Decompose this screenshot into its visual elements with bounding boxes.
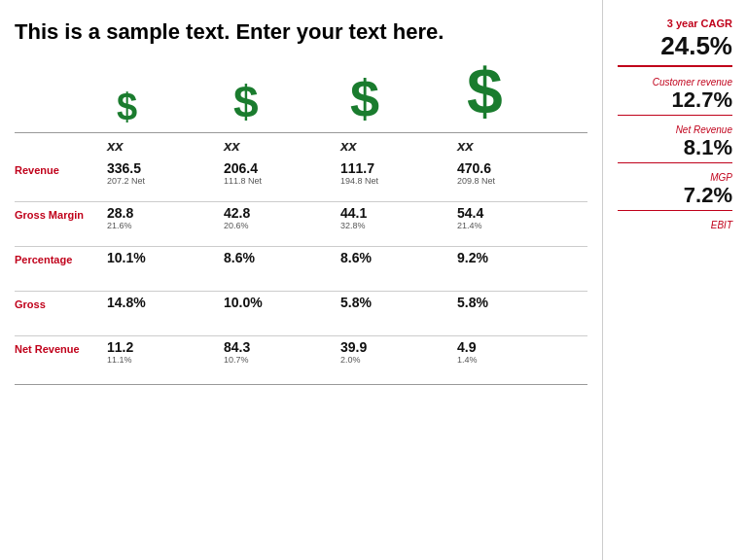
nr-cell-1: 11.2 11.1% bbox=[102, 339, 219, 365]
sidebar-panel: 3 year CAGR 24.5% Customer revenue 12.7%… bbox=[603, 0, 747, 560]
gm-cell-4: 54.4 21.4% bbox=[452, 205, 569, 230]
metric-3-block: EBIT bbox=[618, 220, 732, 230]
gm-cell-1: 28.8 21.6% bbox=[102, 205, 219, 230]
metric-2-value: 7.2% bbox=[618, 183, 732, 208]
gross-margin-row: Gross Margin 28.8 21.6% 42.8 20.6% 44.1 … bbox=[15, 205, 587, 240]
metric-0-value: 12.7% bbox=[618, 88, 732, 113]
nr-cell-2: 84.3 10.7% bbox=[219, 339, 336, 365]
metric-1-value: 8.1% bbox=[618, 135, 732, 160]
bottom-divider bbox=[15, 384, 587, 385]
dollar-icon-1: $ bbox=[107, 87, 137, 127]
revenue-cell-3: 111.7 194.8 Net bbox=[336, 160, 452, 186]
pct-cell-1: 10.1% bbox=[102, 250, 219, 265]
metric-1-divider bbox=[618, 162, 732, 163]
gross-cell-3: 5.8% bbox=[336, 295, 452, 310]
gross-cell-2: 10.0% bbox=[219, 295, 336, 310]
dollar-icon-4: $ bbox=[457, 55, 503, 127]
pct-cell-4: 9.2% bbox=[452, 250, 569, 265]
divider-4 bbox=[15, 335, 587, 336]
year-col-2: xx bbox=[219, 137, 336, 155]
divider-1 bbox=[15, 201, 587, 202]
year-row: xx xx xx xx bbox=[15, 137, 587, 155]
net-revenue-row: Net Revenue 11.2 11.1% 84.3 10.7% 39.9 2… bbox=[15, 339, 587, 374]
col1-dollar: $ bbox=[102, 87, 219, 128]
metric-3-label: EBIT bbox=[618, 220, 732, 230]
metric-1-label: Net Revenue bbox=[618, 124, 732, 135]
year-col-3: xx bbox=[336, 137, 452, 155]
metric-0-divider bbox=[618, 115, 732, 116]
cagr-label: 3 year CAGR bbox=[618, 18, 732, 29]
revenue-cell-1: 336.5 207.2 Net bbox=[102, 160, 219, 186]
gross-cell-4: 5.8% bbox=[452, 295, 569, 310]
metric-0-block: Customer revenue 12.7% bbox=[618, 77, 732, 119]
divider-3 bbox=[15, 291, 587, 292]
gross-cell-1: 14.8% bbox=[102, 295, 219, 310]
cagr-value: 24.5% bbox=[618, 31, 732, 61]
metric-0-label: Customer revenue bbox=[618, 77, 732, 88]
revenue-row: Revenue 336.5 207.2 Net 206.4 111.8 Net … bbox=[15, 160, 587, 195]
top-divider bbox=[15, 132, 587, 133]
col2-dollar: $ bbox=[219, 76, 336, 128]
nr-cell-4: 4.9 1.4% bbox=[452, 339, 569, 365]
nr-cell-3: 39.9 2.0% bbox=[336, 339, 452, 365]
dollar-icon-3: $ bbox=[340, 69, 379, 127]
dollar-icon-2: $ bbox=[224, 77, 259, 127]
gross-row: Gross 14.8% 10.0% 5.8% 5.8% bbox=[15, 295, 587, 330]
main-panel: This is a sample text. Enter your text h… bbox=[0, 0, 603, 560]
cagr-block: 3 year CAGR 24.5% bbox=[618, 10, 732, 71]
metric-1-block: Net Revenue 8.1% bbox=[618, 124, 732, 166]
divider-2 bbox=[15, 246, 587, 247]
revenue-cell-4: 470.6 209.8 Net bbox=[452, 160, 569, 186]
page-title: This is a sample text. Enter your text h… bbox=[15, 19, 587, 45]
year-col-1: xx bbox=[102, 137, 219, 155]
gm-cell-2: 42.8 20.6% bbox=[219, 205, 336, 230]
gm-cell-3: 44.1 32.8% bbox=[336, 205, 452, 230]
metric-2-block: MGP 7.2% bbox=[618, 172, 732, 214]
col3-dollar: $ bbox=[336, 68, 452, 128]
dollar-icons-row: $ $ $ $ bbox=[15, 54, 587, 128]
cagr-divider bbox=[618, 65, 732, 67]
pct-cell-2: 8.6% bbox=[219, 250, 336, 265]
col4-dollar: $ bbox=[452, 54, 569, 128]
year-col-4: xx bbox=[452, 137, 569, 155]
pct-cell-3: 8.6% bbox=[336, 250, 452, 265]
percentage-row: Percentage 10.1% 8.6% 8.6% 9.2% bbox=[15, 250, 587, 285]
metric-2-label: MGP bbox=[618, 172, 732, 183]
metric-2-divider bbox=[618, 210, 732, 211]
revenue-cell-2: 206.4 111.8 Net bbox=[219, 160, 336, 186]
